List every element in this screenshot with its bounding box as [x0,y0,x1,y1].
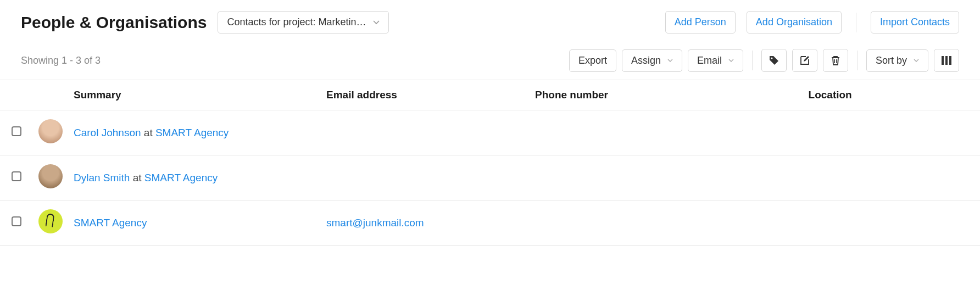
tag-icon [769,55,779,66]
at-text: at [130,172,144,183]
columns-button[interactable] [934,49,959,72]
table-row: Dylan Smith at SMART Agency [0,155,980,200]
chevron-down-icon [914,59,919,63]
assign-label: Assign [631,55,661,66]
phone-cell [530,110,803,155]
location-cell [803,110,980,155]
column-email: Email address [321,80,530,110]
email-link[interactable]: smart@junkmail.com [326,217,424,228]
email-button[interactable]: Email [688,49,743,72]
showing-count: Showing 1 - 3 of 3 [21,55,101,66]
svg-point-0 [771,58,772,59]
phone-cell [530,155,803,200]
org-link[interactable]: SMART Agency [155,127,229,138]
row-checkbox[interactable] [12,126,21,136]
page-title: People & Organisations [21,13,207,32]
column-phone: Phone number [530,80,803,110]
edit-button[interactable] [792,49,817,72]
row-checkbox[interactable] [12,216,21,226]
location-cell [803,200,980,246]
contacts-table: Summary Email address Phone number Locat… [0,80,980,246]
columns-icon [941,55,952,65]
row-checkbox[interactable] [12,171,21,181]
org-link[interactable]: SMART Agency [144,172,218,183]
column-location: Location [803,80,980,110]
avatar [38,164,63,188]
at-text: at [141,127,155,138]
filter-dropdown[interactable]: Contacts for project: Marketin… [218,11,388,34]
org-avatar-icon [38,209,63,233]
svg-rect-3 [949,56,951,65]
contact-name-link[interactable]: Dylan Smith [74,172,130,183]
table-row: Carol Johnson at SMART Agency [0,110,980,155]
trash-icon [831,55,840,66]
chevron-down-icon [728,59,734,63]
table-row: SMART Agencysmart@junkmail.com [0,200,980,246]
assign-button[interactable]: Assign [622,49,682,72]
column-summary: Summary [68,80,321,110]
avatar [38,119,63,143]
toolbar: Showing 1 - 3 of 3 Export Assign Email [21,49,959,72]
sort-by-label: Sort by [876,55,907,66]
filter-label: Contacts for project: Marketin… [227,16,366,28]
divider [857,51,858,70]
add-organisation-button[interactable]: Add Organisation [747,11,842,34]
export-button[interactable]: Export [569,49,616,72]
edit-icon [799,55,810,66]
divider [752,51,753,70]
email-label: Email [697,55,722,66]
tag-button[interactable] [761,49,787,72]
svg-rect-1 [942,56,944,65]
contact-name-link[interactable]: Carol Johnson [74,127,141,138]
phone-cell [530,200,803,246]
delete-button[interactable] [823,49,848,72]
sort-by-button[interactable]: Sort by [866,49,928,72]
contact-name-link[interactable]: SMART Agency [74,217,147,228]
header: People & Organisations Contacts for proj… [21,11,959,34]
chevron-down-icon [373,20,380,25]
import-contacts-button[interactable]: Import Contacts [871,11,959,34]
divider [856,13,856,32]
svg-rect-2 [945,56,948,65]
add-person-button[interactable]: Add Person [665,11,736,34]
chevron-down-icon [667,59,673,63]
location-cell [803,155,980,200]
